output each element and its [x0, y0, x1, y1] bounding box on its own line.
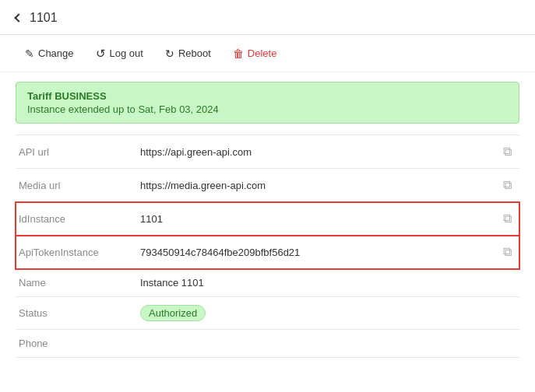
field-label: IdInstance	[16, 213, 140, 225]
notice-title: Tariff BUSINESS	[27, 90, 508, 102]
copy-button[interactable]: ⧉	[498, 143, 516, 160]
field-label: API url	[16, 146, 140, 158]
info-table: API urlhttps://api.green-api.com⧉Media u…	[16, 135, 519, 358]
field-label: Status	[16, 307, 140, 319]
change-button[interactable]: ✎ Change	[16, 43, 83, 64]
status-badge: Authorized	[140, 305, 206, 321]
reboot-button[interactable]: ↻ Reboot	[156, 43, 220, 64]
copy-button[interactable]: ⧉	[498, 243, 516, 261]
field-label: Name	[16, 277, 140, 289]
logout-button[interactable]: ↺ Log out	[86, 43, 153, 64]
field-label: ApiTokenInstance	[16, 247, 140, 258]
logout-label: Log out	[110, 47, 143, 59]
back-icon	[14, 13, 23, 22]
field-value: Instance 1101	[140, 277, 519, 289]
copy-button[interactable]: ⧉	[498, 210, 516, 227]
info-row: Media urlhttps://media.green-api.com⧉	[16, 169, 519, 202]
change-icon: ✎	[25, 48, 34, 59]
delete-icon: 🗑	[233, 48, 244, 59]
reboot-icon: ↻	[165, 48, 174, 59]
info-row: StatusAuthorized	[16, 297, 519, 330]
notice-box: Tariff BUSINESS Instance extended up to …	[16, 82, 519, 124]
logout-icon: ↺	[96, 47, 106, 59]
page-header: 1101	[0, 0, 535, 35]
info-row: API urlhttps://api.green-api.com⧉	[16, 135, 519, 169]
info-row: ApiTokenInstance793450914c78464fbe209bfb…	[16, 236, 519, 269]
field-value: 1101	[140, 213, 498, 225]
reboot-label: Reboot	[178, 47, 211, 59]
info-row: NameInstance 1101	[16, 269, 519, 297]
info-row: Phone	[16, 330, 519, 358]
delete-button[interactable]: 🗑 Delete	[224, 43, 287, 64]
copy-button[interactable]: ⧉	[498, 177, 516, 194]
field-value: https://api.green-api.com	[140, 146, 498, 158]
toolbar: ✎ Change ↺ Log out ↻ Reboot 🗑 Delete	[0, 35, 535, 72]
page-title: 1101	[30, 11, 58, 25]
field-value: 793450914c78464fbe209bfbf56d21	[140, 247, 498, 258]
notice-subtitle: Instance extended up to Sat, Feb 03, 202…	[27, 103, 508, 115]
change-label: Change	[38, 47, 74, 59]
back-button[interactable]: 1101	[16, 11, 58, 25]
field-label: Phone	[16, 338, 140, 349]
info-row: IdInstance1101⧉	[16, 202, 519, 236]
delete-label: Delete	[248, 47, 277, 59]
field-value: https://media.green-api.com	[140, 180, 498, 191]
field-label: Media url	[16, 180, 140, 191]
field-value: Authorized	[140, 305, 519, 321]
